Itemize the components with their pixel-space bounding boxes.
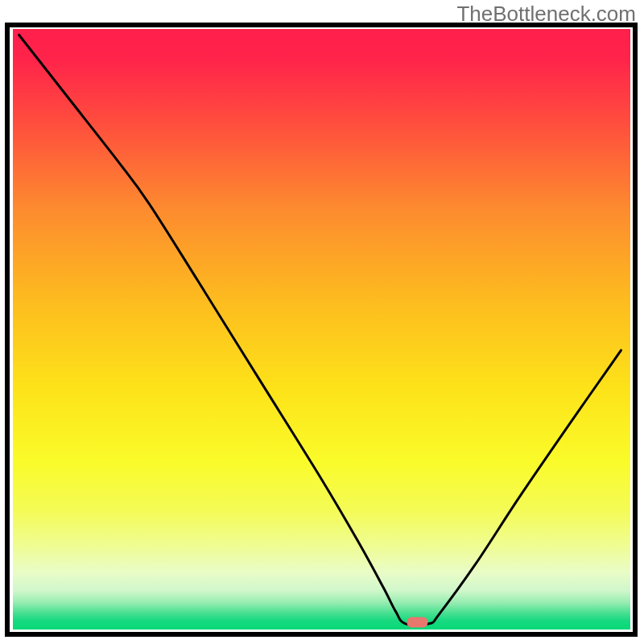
watermark-text: TheBottleneck.com <box>456 2 636 27</box>
chart-container: TheBottleneck.com <box>0 0 644 644</box>
gradient-background <box>13 29 630 630</box>
chart-svg <box>0 0 644 644</box>
optimal-marker <box>407 617 427 628</box>
